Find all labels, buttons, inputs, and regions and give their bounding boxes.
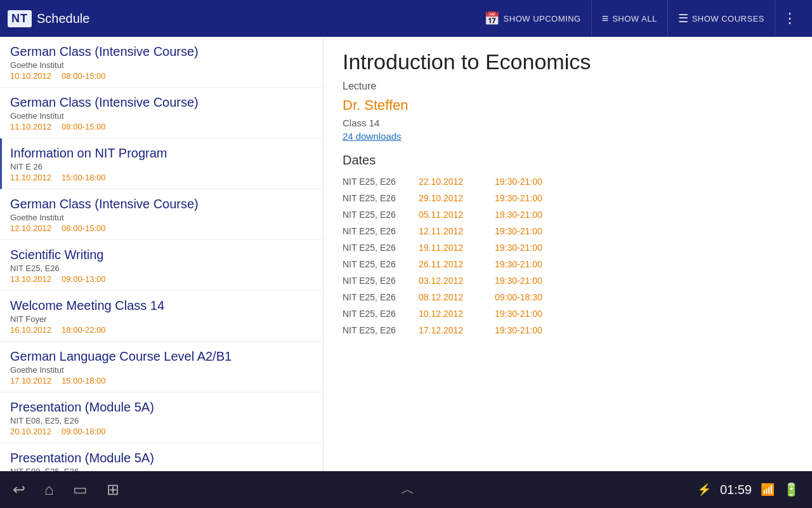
date-row: NIT E25, E26 19.11.2012 19:30-21:00 <box>343 243 793 253</box>
item-location: NIT E25, E26 <box>10 264 313 273</box>
item-date: 13.10.2012 <box>10 274 51 284</box>
date-row: NIT E25, E26 03.12.2012 19:30-21:00 <box>343 276 793 286</box>
item-date: 20.10.2012 <box>10 427 51 436</box>
date-time: 09:00-18:30 <box>495 292 542 302</box>
schedule-item[interactable]: German Class (Intensive Course) Goethe I… <box>0 88 323 138</box>
date-location: NIT E25, E26 <box>343 309 419 319</box>
item-title: German Class (Intensive Course) <box>10 95 313 110</box>
detail-class: Class 14 <box>343 117 793 128</box>
item-location: NIT E 26 <box>10 162 313 171</box>
status-area: ⚡ 01:59 📶 🔋 <box>697 482 799 497</box>
hide-bar-button[interactable]: ︿ <box>401 480 415 499</box>
date-value: 26.11.2012 <box>419 259 495 269</box>
show-upcoming-label: SHOW UPCOMING <box>504 14 581 23</box>
date-value: 17.12.2012 <box>419 325 495 335</box>
schedule-item[interactable]: German Class (Intensive Course) Goethe I… <box>0 37 323 88</box>
recents-button[interactable]: ▭ <box>73 481 88 498</box>
date-location: NIT E25, E26 <box>343 292 419 302</box>
date-row: NIT E25, E26 17.12.2012 19:30-21:00 <box>343 325 793 335</box>
schedule-item[interactable]: Welcome Meeting Class 14 NIT Foyer 16.10… <box>0 291 323 342</box>
schedule-list: German Class (Intensive Course) Goethe I… <box>0 37 324 471</box>
item-date: 12.10.2012 <box>10 224 51 233</box>
date-time: 19:30-21:00 <box>495 226 542 236</box>
schedule-item[interactable]: Information on NIT Program NIT E 26 11.1… <box>0 138 323 189</box>
date-time: 19:30-21:00 <box>495 243 542 253</box>
date-value: 12.11.2012 <box>419 226 495 236</box>
item-title: Scientific Writing <box>10 248 313 262</box>
date-row: NIT E25, E26 10.12.2012 19:30-21:00 <box>343 309 793 319</box>
schedule-item[interactable]: Presentation (Module 5A) NIT E08, E25, E… <box>0 443 323 471</box>
schedule-item[interactable]: German Class (Intensive Course) Goethe I… <box>0 189 323 240</box>
date-location: NIT E25, E26 <box>343 276 419 286</box>
top-bar: NT Schedule 📅 SHOW UPCOMING ≡ SHOW ALL ☰… <box>0 0 812 37</box>
show-upcoming-button[interactable]: 📅 SHOW UPCOMING <box>474 0 592 37</box>
courses-icon: ☰ <box>678 11 688 25</box>
item-datetime: 13.10.2012 09:00-13:00 <box>10 274 313 284</box>
date-row: NIT E25, E26 05.11.2012 19:30-21:00 <box>343 210 793 220</box>
bottom-bar: ↩ ⌂ ▭ ⊞ ︿ ⚡ 01:59 📶 🔋 <box>0 471 812 508</box>
item-time: 15:00-18:00 <box>62 376 105 385</box>
item-title: Information on NIT Program <box>10 146 313 161</box>
date-value: 05.11.2012 <box>419 210 495 220</box>
item-title: German Class (Intensive Course) <box>10 197 313 211</box>
schedule-item[interactable]: German Language Course Level A2/B1 Goeth… <box>0 342 323 392</box>
show-all-button[interactable]: ≡ SHOW ALL <box>592 0 668 37</box>
wifi-icon: 📶 <box>761 483 775 497</box>
detail-panel: Introduction to Economics Lecture Dr. St… <box>324 37 812 471</box>
item-datetime: 12.10.2012 08:00-15:00 <box>10 224 313 233</box>
top-bar-actions: 📅 SHOW UPCOMING ≡ SHOW ALL ☰ SHOW COURSE… <box>474 0 804 37</box>
item-title: Welcome Meeting Class 14 <box>10 298 313 313</box>
date-time: 19:30-21:00 <box>495 193 542 203</box>
item-time: 08:00-15:00 <box>62 71 105 81</box>
item-datetime: 11.10.2012 08:00-15:00 <box>10 122 313 131</box>
item-datetime: 16.10.2012 18:00-22:00 <box>10 325 313 335</box>
date-row: NIT E25, E26 29.10.2012 19:30-21:00 <box>343 193 793 203</box>
usb-icon: ⚡ <box>697 483 711 497</box>
item-title: German Language Course Level A2/B1 <box>10 349 313 364</box>
back-button[interactable]: ↩ <box>13 481 25 498</box>
detail-downloads[interactable]: 24 downloads <box>343 131 793 142</box>
date-row: NIT E25, E26 26.11.2012 19:30-21:00 <box>343 259 793 269</box>
date-row: NIT E25, E26 22.10.2012 19:30-21:00 <box>343 177 793 187</box>
item-title: Presentation (Module 5A) <box>10 400 313 415</box>
item-datetime: 17.10.2012 15:00-18:00 <box>10 376 313 385</box>
item-time: 09:00-13:00 <box>62 274 105 284</box>
item-date: 16.10.2012 <box>10 325 51 335</box>
date-value: 08.12.2012 <box>419 292 495 302</box>
item-location: Goethe Institut <box>10 365 313 375</box>
date-location: NIT E25, E26 <box>343 325 419 335</box>
item-title: Presentation (Module 5A) <box>10 451 313 465</box>
logo-box: NT <box>8 10 32 27</box>
date-value: 03.12.2012 <box>419 276 495 286</box>
home-button[interactable]: ⌂ <box>44 481 54 498</box>
date-row: NIT E25, E26 08.12.2012 09:00-18:30 <box>343 292 793 302</box>
show-all-label: SHOW ALL <box>612 14 657 23</box>
screenshot-button[interactable]: ⊞ <box>107 481 119 498</box>
schedule-item[interactable]: Scientific Writing NIT E25, E26 13.10.20… <box>0 240 323 291</box>
schedule-item[interactable]: Presentation (Module 5A) NIT E08, E25, E… <box>0 392 323 443</box>
item-date: 11.10.2012 <box>10 122 51 131</box>
date-time: 19:30-21:00 <box>495 276 542 286</box>
date-value: 29.10.2012 <box>419 193 495 203</box>
item-time: 09:00-18:00 <box>62 427 105 436</box>
item-location: NIT E08, E25, E26 <box>10 467 313 471</box>
app-logo: NT Schedule <box>8 10 89 27</box>
date-location: NIT E25, E26 <box>343 243 419 253</box>
list-icon: ≡ <box>602 12 609 25</box>
clock: 01:59 <box>720 483 752 497</box>
show-courses-button[interactable]: ☰ SHOW COURSES <box>668 0 775 37</box>
item-location: Goethe Institut <box>10 60 313 70</box>
item-datetime: 10.10.2012 08:00-15:00 <box>10 71 313 81</box>
show-courses-label: SHOW COURSES <box>692 14 764 23</box>
date-location: NIT E25, E26 <box>343 193 419 203</box>
date-location: NIT E25, E26 <box>343 259 419 269</box>
battery-icon: 🔋 <box>783 482 799 497</box>
item-location: NIT Foyer <box>10 314 313 324</box>
more-button[interactable]: ⋮ <box>775 10 804 27</box>
item-time: 08:00-15:00 <box>62 122 105 131</box>
item-time: 15:00-18:00 <box>62 173 105 182</box>
dates-heading: Dates <box>343 153 793 168</box>
detail-type: Lecture <box>343 81 793 92</box>
detail-title: Introduction to Economics <box>343 50 793 74</box>
main-content: German Class (Intensive Course) Goethe I… <box>0 37 812 471</box>
